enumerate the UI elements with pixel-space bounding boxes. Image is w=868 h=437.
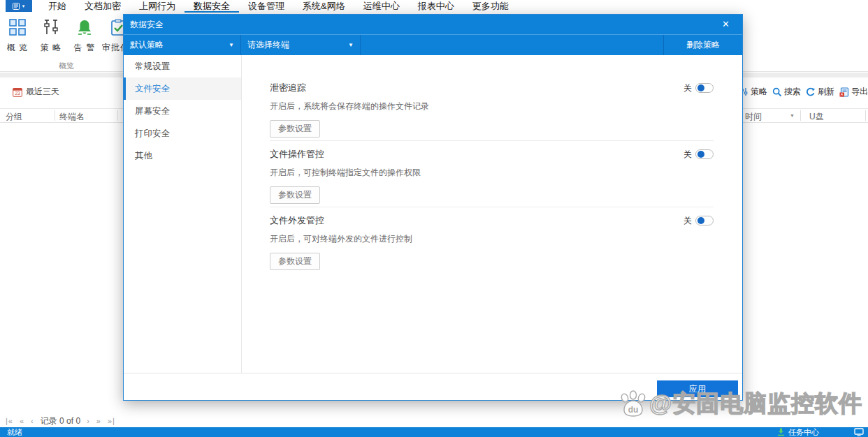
column-header-time[interactable]: 时间 — [745, 111, 762, 123]
menu-item-web-behavior[interactable]: 上网行为 — [130, 0, 185, 13]
sidebar-item-other[interactable]: 其他 — [124, 145, 241, 167]
toggle-knob — [697, 84, 704, 91]
policy-select-value: 默认策略 — [130, 39, 164, 51]
list-actions: 策略 搜索 刷新 A 导出 — [739, 86, 868, 98]
download-arrow-icon[interactable] — [777, 428, 785, 436]
ribbon-group-label: 概览 — [28, 61, 105, 71]
refresh-action-button[interactable]: 刷新 — [806, 86, 834, 98]
section-title: 泄密追踪 — [270, 82, 306, 94]
menu-item-more-features[interactable]: 更多功能 — [463, 0, 518, 13]
param-settings-button[interactable]: 参数设置 — [270, 120, 320, 138]
export-icon: A — [839, 87, 849, 97]
calendar-icon: 23 — [13, 87, 22, 97]
menu-item-start[interactable]: 开始 — [39, 0, 75, 13]
search-icon — [772, 87, 782, 97]
menu-item-system-network[interactable]: 系统&网络 — [294, 0, 354, 13]
policy-action-button[interactable]: 策略 — [739, 86, 767, 98]
ribbon-label-policy: 策 略 — [35, 42, 67, 54]
toggle-knob — [697, 217, 704, 224]
file-outgoing-control-section: 文件外发管控 关 开启后，可对终端外发的文件进行控制 参数设置 — [270, 215, 714, 270]
search-action-button[interactable]: 搜索 — [772, 86, 801, 98]
fast-next-page-button[interactable]: » — [96, 417, 101, 425]
svg-text:23: 23 — [15, 91, 20, 96]
delete-policy-button[interactable]: 删除策略 — [663, 35, 742, 55]
app-window-icon — [13, 3, 20, 10]
sliders-icon — [42, 18, 60, 36]
column-header-usb[interactable]: U盘 — [809, 111, 824, 123]
ribbon-item-policy[interactable]: 策 略 — [35, 16, 67, 54]
date-range-filter[interactable]: 23 最近三天 — [13, 86, 59, 98]
refresh-icon — [806, 87, 816, 97]
monitor-icon[interactable] — [854, 428, 864, 436]
export-action-button[interactable]: A 导出 — [839, 86, 868, 98]
grid-icon — [8, 18, 27, 36]
sidebar-item-screen-security[interactable]: 屏幕安全 — [124, 100, 241, 122]
column-divider[interactable] — [117, 110, 118, 121]
svg-text:du: du — [628, 405, 639, 415]
status-ready-label: 就绪 — [7, 427, 22, 437]
section-description: 开启后，系统将会保存终端的操作文件记录 — [270, 101, 714, 112]
dialog-sidebar: 常规设置 文件安全 屏幕安全 打印安全 其他 — [124, 55, 242, 373]
section-title: 文件操作管控 — [270, 148, 324, 161]
main-menu: 开始 文档加密 上网行为 数据安全 设备管理 系统&网络 运维中心 报表中心 更… — [39, 0, 518, 13]
column-divider[interactable] — [865, 110, 866, 121]
refresh-action-label: 刷新 — [818, 86, 834, 98]
column-divider[interactable] — [800, 110, 801, 121]
toggle-state-label: 关 — [683, 82, 692, 94]
leak-tracking-toggle[interactable] — [695, 83, 714, 93]
prev-page-button[interactable]: ‹ — [31, 417, 34, 425]
file-operation-toggle[interactable] — [695, 149, 714, 159]
terminal-select-placeholder: 请选择终端 — [247, 39, 289, 51]
toggle-state-label: 关 — [683, 149, 692, 161]
last-page-button[interactable]: »| — [108, 417, 115, 425]
task-center-button[interactable]: 任务中心 — [788, 427, 819, 437]
ribbon-item-alert[interactable]: 告 警 — [68, 16, 101, 54]
ribbon-item-overview[interactable]: 概 览 — [1, 16, 34, 54]
leak-tracking-section: 泄密追踪 关 开启后，系统将会保存终端的操作文件记录 参数设置 — [270, 82, 714, 138]
menu-item-report-center[interactable]: 报表中心 — [409, 0, 463, 13]
bell-icon — [75, 18, 94, 36]
app-window: ▼ 开始 文档加密 上网行为 数据安全 设备管理 系统&网络 运维中心 报表中心… — [0, 0, 868, 437]
column-divider[interactable] — [55, 110, 55, 121]
menu-item-data-security[interactable]: 数据安全 — [185, 0, 239, 13]
filter-caret-icon[interactable]: ▼ — [790, 113, 795, 118]
dialog-title-bar: 数据安全 ✕ — [124, 15, 742, 34]
sidebar-item-general-settings[interactable]: 常规设置 — [124, 55, 241, 77]
ribbon-label-overview: 概 览 — [1, 42, 34, 54]
policy-select-dropdown[interactable]: 默认策略 ▼ — [124, 35, 241, 55]
menu-item-device-mgmt[interactable]: 设备管理 — [239, 0, 294, 13]
toggle-state-label: 关 — [683, 215, 692, 227]
section-divider — [270, 207, 714, 207]
apply-button[interactable]: 应用 — [657, 380, 738, 397]
section-description: 开启后，可对终端外发的文件进行控制 — [270, 233, 714, 245]
file-operation-control-section: 文件操作管控 关 开启后，可控制终端指定文件的操作权限 参数设置 — [270, 149, 714, 204]
export-action-label: 导出 — [851, 86, 868, 98]
column-header-group[interactable]: 分组 — [6, 111, 22, 123]
chevron-down-icon: ▼ — [229, 42, 234, 48]
fast-prev-page-button[interactable]: « — [20, 417, 24, 425]
pagination-bar: |« « ‹ 记录 0 of 0 › » »| — [0, 415, 868, 427]
menu-item-doc-encrypt[interactable]: 文档加密 — [75, 0, 130, 13]
param-settings-button[interactable]: 参数设置 — [270, 253, 320, 270]
policy-action-label: 策略 — [751, 86, 767, 98]
next-page-button[interactable]: › — [87, 417, 90, 425]
close-icon[interactable]: ✕ — [716, 15, 736, 34]
toolbar-spacer — [361, 35, 663, 55]
search-action-label: 搜索 — [784, 86, 801, 98]
param-settings-button[interactable]: 参数设置 — [270, 186, 320, 204]
terminal-select-dropdown[interactable]: 请选择终端 ▼ — [241, 35, 361, 55]
first-page-button[interactable]: |« — [6, 417, 13, 425]
sidebar-item-print-security[interactable]: 打印安全 — [124, 122, 241, 145]
dialog-toolbar: 默认策略 ▼ 请选择终端 ▼ 删除策略 — [124, 34, 742, 55]
date-range-label: 最近三天 — [26, 86, 59, 98]
app-menu-button[interactable]: ▼ — [6, 0, 32, 12]
column-header-terminal-name[interactable]: 终端名 — [59, 111, 85, 123]
toggle-knob — [697, 151, 704, 158]
chevron-down-icon: ▼ — [22, 4, 26, 8]
sidebar-item-file-security[interactable]: 文件安全 — [124, 77, 241, 100]
dialog-title: 数据安全 — [130, 19, 164, 31]
menu-item-ops-center[interactable]: 运维中心 — [354, 0, 409, 13]
section-title: 文件外发管控 — [270, 214, 324, 227]
file-outgoing-toggle[interactable] — [695, 216, 714, 225]
menu-bar: ▼ 开始 文档加密 上网行为 数据安全 设备管理 系统&网络 运维中心 报表中心… — [0, 0, 868, 13]
